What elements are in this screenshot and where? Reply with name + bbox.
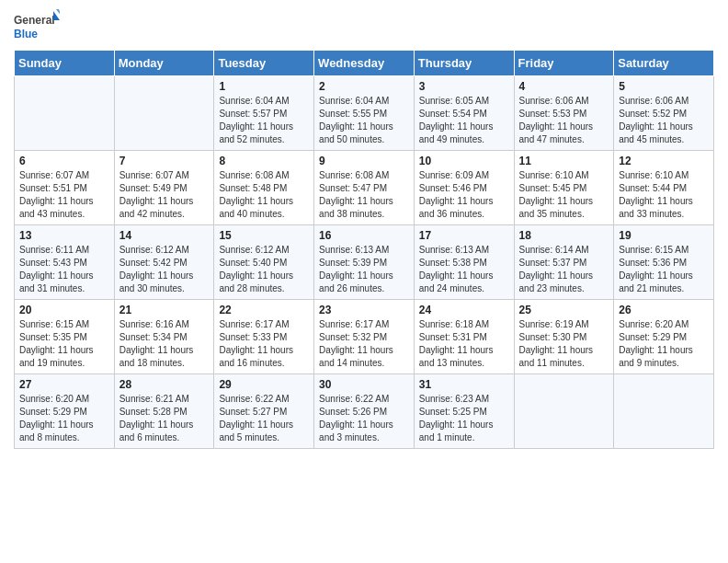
day-info: Sunrise: 6:06 AM Sunset: 5:52 PM Dayligh… [619, 95, 709, 146]
header-cell-friday: Friday [514, 51, 614, 76]
day-cell: 7Sunrise: 6:07 AM Sunset: 5:49 PM Daylig… [114, 151, 214, 225]
day-cell: 31Sunrise: 6:23 AM Sunset: 5:25 PM Dayli… [414, 374, 514, 449]
day-number: 8 [219, 155, 309, 167]
week-row-3: 13Sunrise: 6:11 AM Sunset: 5:43 PM Dayli… [15, 225, 714, 300]
day-cell [15, 76, 115, 151]
day-number: 7 [119, 155, 210, 167]
day-info: Sunrise: 6:22 AM Sunset: 5:27 PM Dayligh… [219, 393, 309, 444]
day-cell: 29Sunrise: 6:22 AM Sunset: 5:27 PM Dayli… [214, 374, 314, 449]
day-number: 1 [219, 80, 309, 93]
day-number: 13 [19, 229, 109, 242]
day-cell: 1Sunrise: 6:04 AM Sunset: 5:57 PM Daylig… [214, 76, 314, 151]
week-row-4: 20Sunrise: 6:15 AM Sunset: 5:35 PM Dayli… [15, 300, 714, 374]
day-number: 28 [119, 378, 210, 391]
header-cell-saturday: Saturday [614, 51, 714, 76]
day-number: 12 [619, 155, 709, 167]
day-info: Sunrise: 6:23 AM Sunset: 5:25 PM Dayligh… [419, 393, 509, 444]
day-number: 9 [319, 155, 409, 167]
header-cell-sunday: Sunday [15, 51, 115, 76]
week-row-2: 6Sunrise: 6:07 AM Sunset: 5:51 PM Daylig… [15, 151, 714, 225]
day-number: 5 [619, 80, 709, 93]
day-cell: 21Sunrise: 6:16 AM Sunset: 5:34 PM Dayli… [114, 300, 214, 374]
day-info: Sunrise: 6:12 AM Sunset: 5:40 PM Dayligh… [219, 244, 309, 295]
day-cell: 9Sunrise: 6:08 AM Sunset: 5:47 PM Daylig… [314, 151, 415, 225]
day-info: Sunrise: 6:19 AM Sunset: 5:30 PM Dayligh… [519, 318, 609, 370]
day-number: 21 [119, 304, 210, 316]
day-cell: 16Sunrise: 6:13 AM Sunset: 5:39 PM Dayli… [314, 225, 415, 300]
day-number: 14 [119, 229, 210, 242]
day-cell: 23Sunrise: 6:17 AM Sunset: 5:32 PM Dayli… [314, 300, 415, 374]
header-cell-wednesday: Wednesday [314, 51, 415, 76]
day-info: Sunrise: 6:15 AM Sunset: 5:36 PM Dayligh… [619, 244, 709, 295]
header-cell-monday: Monday [114, 51, 214, 76]
day-info: Sunrise: 6:13 AM Sunset: 5:39 PM Dayligh… [319, 244, 409, 295]
day-info: Sunrise: 6:20 AM Sunset: 5:29 PM Dayligh… [619, 318, 709, 370]
day-info: Sunrise: 6:09 AM Sunset: 5:46 PM Dayligh… [419, 169, 509, 221]
day-number: 20 [19, 304, 109, 316]
day-info: Sunrise: 6:07 AM Sunset: 5:49 PM Dayligh… [119, 169, 210, 221]
logo: General Blue [14, 9, 60, 44]
week-row-1: 1Sunrise: 6:04 AM Sunset: 5:57 PM Daylig… [15, 76, 714, 151]
day-info: Sunrise: 6:12 AM Sunset: 5:42 PM Dayligh… [119, 244, 210, 295]
page-header: General Blue [14, 9, 714, 44]
day-info: Sunrise: 6:17 AM Sunset: 5:33 PM Dayligh… [219, 318, 309, 370]
day-info: Sunrise: 6:10 AM Sunset: 5:44 PM Dayligh… [619, 169, 709, 221]
day-info: Sunrise: 6:21 AM Sunset: 5:28 PM Dayligh… [119, 393, 210, 444]
day-number: 10 [419, 155, 509, 167]
day-number: 29 [219, 378, 309, 391]
day-cell: 14Sunrise: 6:12 AM Sunset: 5:42 PM Dayli… [114, 225, 214, 300]
day-cell: 19Sunrise: 6:15 AM Sunset: 5:36 PM Dayli… [614, 225, 714, 300]
day-info: Sunrise: 6:10 AM Sunset: 5:45 PM Dayligh… [519, 169, 609, 221]
day-cell [614, 374, 714, 449]
day-number: 19 [619, 229, 709, 242]
day-cell: 27Sunrise: 6:20 AM Sunset: 5:29 PM Dayli… [15, 374, 115, 449]
day-cell [514, 374, 614, 449]
day-number: 3 [419, 80, 509, 93]
day-number: 30 [319, 378, 409, 391]
day-number: 4 [519, 80, 609, 93]
day-cell: 15Sunrise: 6:12 AM Sunset: 5:40 PM Dayli… [214, 225, 314, 300]
day-number: 27 [19, 378, 109, 391]
day-number: 11 [519, 155, 609, 167]
day-cell: 24Sunrise: 6:18 AM Sunset: 5:31 PM Dayli… [414, 300, 514, 374]
day-number: 31 [419, 378, 509, 391]
day-info: Sunrise: 6:16 AM Sunset: 5:34 PM Dayligh… [119, 318, 210, 370]
day-cell: 26Sunrise: 6:20 AM Sunset: 5:29 PM Dayli… [614, 300, 714, 374]
svg-marker-3 [56, 9, 60, 17]
day-info: Sunrise: 6:18 AM Sunset: 5:31 PM Dayligh… [419, 318, 509, 370]
day-cell: 13Sunrise: 6:11 AM Sunset: 5:43 PM Dayli… [15, 225, 115, 300]
day-info: Sunrise: 6:14 AM Sunset: 5:37 PM Dayligh… [519, 244, 609, 295]
day-cell: 10Sunrise: 6:09 AM Sunset: 5:46 PM Dayli… [414, 151, 514, 225]
day-info: Sunrise: 6:17 AM Sunset: 5:32 PM Dayligh… [319, 318, 409, 370]
day-cell: 17Sunrise: 6:13 AM Sunset: 5:38 PM Dayli… [414, 225, 514, 300]
day-number: 26 [619, 304, 709, 316]
day-cell: 28Sunrise: 6:21 AM Sunset: 5:28 PM Dayli… [114, 374, 214, 449]
day-cell: 20Sunrise: 6:15 AM Sunset: 5:35 PM Dayli… [15, 300, 115, 374]
day-info: Sunrise: 6:11 AM Sunset: 5:43 PM Dayligh… [19, 244, 109, 295]
day-cell: 4Sunrise: 6:06 AM Sunset: 5:53 PM Daylig… [514, 76, 614, 151]
calendar-header-row: SundayMondayTuesdayWednesdayThursdayFrid… [15, 51, 714, 76]
header-cell-tuesday: Tuesday [214, 51, 314, 76]
day-number: 17 [419, 229, 509, 242]
logo-svg: General Blue [14, 9, 60, 44]
day-number: 15 [219, 229, 309, 242]
day-number: 2 [319, 80, 409, 93]
day-info: Sunrise: 6:04 AM Sunset: 5:57 PM Dayligh… [219, 95, 309, 146]
day-cell: 3Sunrise: 6:05 AM Sunset: 5:54 PM Daylig… [414, 76, 514, 151]
day-number: 18 [519, 229, 609, 242]
header-cell-thursday: Thursday [414, 51, 514, 76]
day-cell: 5Sunrise: 6:06 AM Sunset: 5:52 PM Daylig… [614, 76, 714, 151]
day-cell: 22Sunrise: 6:17 AM Sunset: 5:33 PM Dayli… [214, 300, 314, 374]
day-info: Sunrise: 6:08 AM Sunset: 5:47 PM Dayligh… [319, 169, 409, 221]
day-cell: 30Sunrise: 6:22 AM Sunset: 5:26 PM Dayli… [314, 374, 415, 449]
day-info: Sunrise: 6:07 AM Sunset: 5:51 PM Dayligh… [19, 169, 109, 221]
day-cell: 11Sunrise: 6:10 AM Sunset: 5:45 PM Dayli… [514, 151, 614, 225]
day-cell: 18Sunrise: 6:14 AM Sunset: 5:37 PM Dayli… [514, 225, 614, 300]
day-info: Sunrise: 6:06 AM Sunset: 5:53 PM Dayligh… [519, 95, 609, 146]
day-info: Sunrise: 6:20 AM Sunset: 5:29 PM Dayligh… [19, 393, 109, 444]
calendar-table: SundayMondayTuesdayWednesdayThursdayFrid… [14, 50, 714, 449]
day-number: 16 [319, 229, 409, 242]
week-row-5: 27Sunrise: 6:20 AM Sunset: 5:29 PM Dayli… [15, 374, 714, 449]
day-number: 25 [519, 304, 609, 316]
day-info: Sunrise: 6:15 AM Sunset: 5:35 PM Dayligh… [19, 318, 109, 370]
